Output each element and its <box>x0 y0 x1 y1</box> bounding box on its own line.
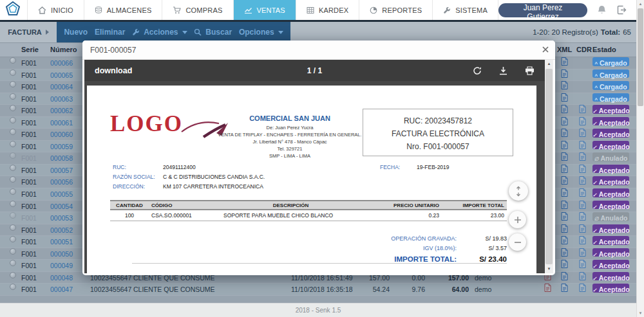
xml-file-icon[interactable] <box>561 141 568 149</box>
close-icon[interactable] <box>542 46 549 53</box>
xml-file-icon[interactable] <box>561 129 568 137</box>
invoice-number-link[interactable]: 000064 <box>50 81 73 93</box>
cdr-file-icon[interactable] <box>579 165 586 173</box>
new-button[interactable]: Nuevo <box>61 28 90 37</box>
download-icon[interactable] <box>499 66 507 75</box>
status-badge[interactable]: ✓Aceptado <box>592 201 629 210</box>
cdr-file-icon[interactable] <box>579 188 586 197</box>
window-scrollbar[interactable]: ▲ ▼ <box>636 0 644 317</box>
row-select-radio[interactable] <box>10 129 16 135</box>
status-badge[interactable]: ^Cargado <box>592 81 629 90</box>
status-badge[interactable]: ∅Anulado <box>592 152 629 161</box>
header-numero[interactable]: Número <box>50 43 77 57</box>
zoom-out-button[interactable] <box>509 233 526 251</box>
xml-file-icon[interactable] <box>561 165 568 173</box>
invoice-number-link[interactable]: 000063 <box>50 93 73 105</box>
xml-file-icon[interactable] <box>561 248 568 257</box>
status-badge[interactable]: ✓Aceptado <box>592 248 629 257</box>
pdf-scrollbar-thumb[interactable] <box>545 69 553 264</box>
invoice-number-link[interactable]: 000065 <box>50 69 73 81</box>
row-select-radio[interactable] <box>10 69 16 76</box>
app-logo[interactable] <box>0 0 27 20</box>
search-button[interactable]: Buscar <box>191 28 234 37</box>
row-select-radio[interactable] <box>10 212 16 219</box>
cdr-file-icon[interactable] <box>579 141 586 149</box>
nav-item-inicio[interactable]: INICIO <box>27 0 84 20</box>
status-badge[interactable]: ✓Aceptado <box>592 236 629 245</box>
actions-dropdown[interactable]: Acciones <box>129 28 189 37</box>
row-select-radio[interactable] <box>10 188 16 195</box>
fit-page-button[interactable] <box>509 181 528 201</box>
invoice-number-link[interactable]: 000054 <box>50 201 73 212</box>
nav-item-compras[interactable]: COMPRAS <box>162 0 232 20</box>
status-badge[interactable]: ^Cargado <box>592 69 629 78</box>
row-select-radio[interactable] <box>10 224 16 231</box>
row-select-radio[interactable] <box>10 105 16 111</box>
invoice-number-link[interactable]: 000060 <box>50 129 73 140</box>
invoice-number-link[interactable]: 000066 <box>50 57 73 69</box>
cdr-file-icon[interactable] <box>579 236 586 244</box>
invoice-number-link[interactable]: 000050 <box>50 248 73 260</box>
pdf-scroll-down-icon[interactable]: ▼ <box>545 266 553 273</box>
status-badge[interactable]: ✓Aceptado <box>592 260 629 269</box>
cdr-file-icon[interactable] <box>579 272 586 280</box>
invoice-number-link[interactable]: 000052 <box>50 224 73 236</box>
status-badge[interactable]: ^Cargado <box>592 93 629 102</box>
row-select-radio[interactable] <box>10 260 16 266</box>
module-breadcrumb[interactable]: FACTURA <box>0 22 57 42</box>
cdr-file-icon[interactable] <box>579 224 586 233</box>
rotate-icon[interactable] <box>473 66 482 75</box>
xml-file-icon[interactable] <box>561 188 568 197</box>
xml-file-icon[interactable] <box>561 201 568 209</box>
invoice-number-link[interactable]: 000055 <box>50 188 73 200</box>
xml-file-icon[interactable] <box>561 81 568 89</box>
user-menu-button[interactable]: Juan Perez Gutierrez <box>498 3 587 17</box>
nav-item-ventas[interactable]: VENTAS <box>233 0 296 20</box>
row-select-radio[interactable] <box>10 117 16 123</box>
cdr-file-icon[interactable] <box>579 248 586 257</box>
scroll-down-arrow-icon[interactable]: ▼ <box>637 309 644 317</box>
row-select-radio[interactable] <box>10 81 16 87</box>
row-select-radio[interactable] <box>10 272 16 278</box>
pdf-scrollbar[interactable]: ▲ ▼ <box>545 60 553 273</box>
scrollbar-thumb[interactable] <box>638 8 643 106</box>
xml-file-icon[interactable] <box>561 212 568 221</box>
xml-file-icon[interactable] <box>561 236 568 244</box>
cdr-file-icon[interactable] <box>579 152 586 161</box>
xml-file-icon[interactable] <box>561 105 568 113</box>
delete-button[interactable]: Eliminar <box>92 28 128 37</box>
status-badge[interactable]: ✓Aceptado <box>592 272 629 281</box>
status-badge[interactable]: ^Cargado <box>592 57 629 66</box>
notifications-bell-icon[interactable] <box>596 5 607 15</box>
status-badge[interactable]: ∅Anulado <box>592 212 629 221</box>
header-serie[interactable]: Serie <box>21 43 39 57</box>
cdr-file-icon[interactable] <box>579 201 586 209</box>
invoice-number-link[interactable]: 000053 <box>50 212 73 224</box>
xml-file-icon[interactable] <box>561 69 568 78</box>
row-select-radio[interactable] <box>10 201 16 207</box>
invoice-number-link[interactable]: 000057 <box>50 165 73 176</box>
options-dropdown[interactable]: Opciones <box>236 28 286 37</box>
nav-item-reportes[interactable]: REPORTES <box>359 0 432 20</box>
row-select-radio[interactable] <box>10 152 16 159</box>
invoice-number-link[interactable]: 000061 <box>50 117 73 129</box>
invoice-number-link[interactable]: 000048 <box>50 272 73 284</box>
status-badge[interactable]: ✓Aceptado <box>592 117 629 126</box>
row-select-radio[interactable] <box>10 284 16 290</box>
cdr-file-icon[interactable] <box>579 212 586 221</box>
xml-file-icon[interactable] <box>561 57 568 66</box>
xml-file-icon[interactable] <box>561 176 568 185</box>
invoice-number-link[interactable]: 000051 <box>50 236 73 248</box>
cdr-file-icon[interactable] <box>579 176 586 185</box>
row-select-radio[interactable] <box>10 141 16 147</box>
cdr-file-icon[interactable] <box>579 260 586 268</box>
row-select-radio[interactable] <box>10 57 16 64</box>
status-badge[interactable]: ✓Aceptado <box>592 105 629 114</box>
status-badge[interactable]: ✓Aceptado <box>592 176 629 185</box>
invoice-number-link[interactable]: 000058 <box>50 152 73 164</box>
scroll-up-arrow-icon[interactable]: ▲ <box>637 0 644 8</box>
cdr-file-icon[interactable] <box>579 105 586 113</box>
xml-file-icon[interactable] <box>561 284 568 292</box>
nav-item-sistema[interactable]: SISTEMA <box>432 0 498 20</box>
xml-file-icon[interactable] <box>561 224 568 233</box>
